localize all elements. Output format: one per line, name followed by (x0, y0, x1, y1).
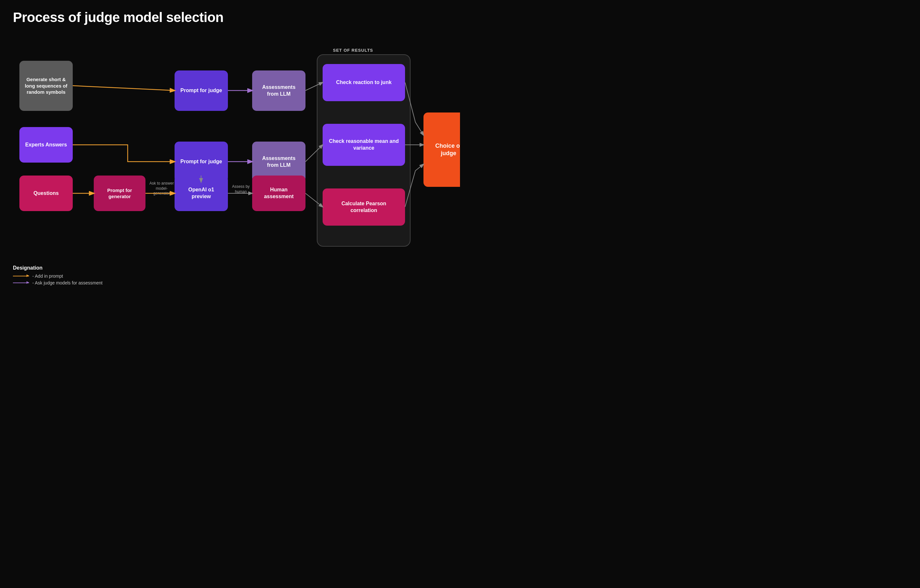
legend-orange-label: - Add in prompt (32, 274, 63, 279)
diagram-area: SET OF RESULTS Generate short & long seq… (13, 35, 447, 268)
check-mean-node: Check reasonable mean and variance (322, 124, 405, 166)
ask-answer-label: Ask to answer model-generator (149, 181, 175, 196)
assess-human-label: Assess by human (230, 184, 252, 194)
legend-purple-item: - Ask judge models for assessment (13, 280, 102, 285)
prompt-generator-node: Prompt for generator (94, 175, 146, 211)
choice-judge-node: Choice of judge (423, 112, 460, 187)
prompt-judge-top-node: Prompt for judge (175, 70, 228, 111)
set-of-results-label: SET OF RESULTS (333, 48, 373, 53)
legend-title: Designation (13, 265, 102, 271)
legend-area: Designation - Add in prompt - Ask judge … (13, 265, 102, 287)
assessments-top-node: Assessments from LLM (252, 70, 306, 111)
check-junk-node: Check reaction to junk (322, 64, 405, 101)
legend-orange-item: - Add in prompt (13, 274, 102, 279)
openai-o1-node: OpenAI o1 preview (175, 175, 228, 211)
experts-answers-node: Experts Answers (19, 127, 73, 163)
human-assessment-node: Human assessment (252, 175, 306, 211)
questions-node: Questions (19, 175, 73, 211)
calc-pearson-node: Calculate Pearson correlation (322, 188, 405, 226)
legend-purple-line (13, 282, 29, 283)
legend-purple-label: - Ask judge models for assessment (32, 280, 102, 285)
page-title: Process of judge model selection (13, 10, 447, 25)
legend-orange-line (13, 276, 29, 276)
generate-sequences-node: Generate short & long sequences of rando… (19, 61, 73, 111)
